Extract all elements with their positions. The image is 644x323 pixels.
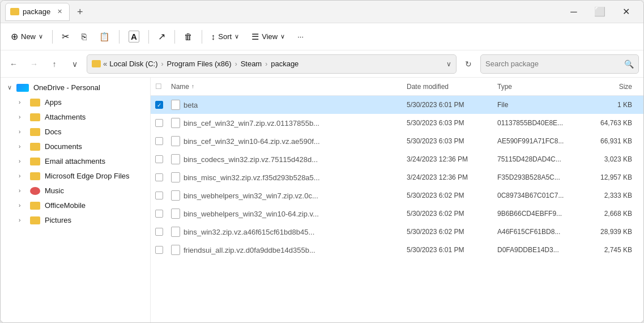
sidebar-item-documents[interactable]: › Documents (3, 139, 148, 154)
share-button[interactable]: ↗ (152, 27, 171, 47)
unchecked-checkbox[interactable] (155, 173, 163, 181)
tab-close-button[interactable]: ✕ (57, 8, 62, 15)
sidebar-item-email-attachments[interactable]: › Email attachments (3, 154, 148, 168)
unchecked-checkbox[interactable] (155, 246, 163, 254)
onedrive-label: OneDrive - Personal (33, 83, 100, 92)
file-row[interactable]: bins_cef_win32_win10-64.zip.vz.ae590f...… (151, 132, 643, 150)
sidebar-item-pictures[interactable]: › Pictures (3, 213, 148, 227)
file-row[interactable]: bins_misc_win32.zip.vz.f35d293b528a5... … (151, 168, 643, 186)
file-row[interactable]: bins_cef_win32_win7.zip.vz.01137855b... … (151, 114, 643, 132)
unchecked-checkbox[interactable] (155, 137, 163, 145)
email-attachments-label: Email attachments (45, 157, 105, 165)
attachments-expand-arrow: › (19, 114, 25, 120)
breadcrumb-disk[interactable]: Local Disk (C:) (109, 60, 157, 68)
row-checkbox[interactable] (155, 155, 171, 163)
row-checkbox[interactable] (155, 228, 171, 236)
file-name: bins_cef_win32_win7.zip.vz.01137855b... (184, 119, 407, 128)
minimize-button[interactable]: ─ (561, 3, 587, 21)
onedrive-expand-arrow: ∨ (7, 84, 12, 91)
tab-folder-icon (10, 8, 19, 15)
sidebar-item-officemobile[interactable]: › OfficeMobile (3, 198, 148, 212)
row-checkbox[interactable] (155, 210, 171, 218)
sidebar-item-apps[interactable]: › Apps (3, 95, 148, 109)
file-explorer-window: package ✕ + ─ ⬜ ✕ ⊕ New ∨ ✂ ⎘ 📋 A (0, 0, 644, 323)
unchecked-checkbox[interactable] (155, 228, 163, 236)
rename-button[interactable]: A (123, 27, 145, 47)
sort-button[interactable]: ↕ Sort ∨ (206, 27, 245, 47)
header-name[interactable]: Name ↑ (171, 83, 407, 91)
row-checkbox[interactable] (155, 119, 171, 127)
row-checkbox[interactable] (155, 192, 171, 199)
breadcrumb-dropdown-arrow[interactable]: ∨ (446, 60, 451, 68)
unchecked-checkbox[interactable] (155, 155, 163, 163)
breadcrumb-bar[interactable]: « Local Disk (C:) › Program Files (x86) … (87, 54, 457, 74)
file-icon (171, 154, 180, 164)
unchecked-checkbox[interactable] (155, 119, 163, 127)
close-button[interactable]: ✕ (613, 3, 639, 21)
search-input[interactable] (485, 60, 621, 68)
new-button[interactable]: ⊕ New ∨ (5, 27, 49, 47)
sort-dropdown-arrow: ∨ (234, 33, 239, 40)
pictures-label: Pictures (45, 216, 71, 224)
file-icon (171, 136, 180, 146)
cut-button[interactable]: ✂ (56, 27, 75, 47)
sidebar-item-onedrive[interactable]: ∨ OneDrive - Personal (3, 80, 148, 95)
docs-expand-arrow: › (19, 129, 25, 135)
header-checkbox[interactable]: ☐ (155, 82, 171, 91)
more-button[interactable]: ··· (292, 27, 309, 47)
copy-icon: ⎘ (82, 32, 87, 41)
file-icon (171, 245, 180, 255)
breadcrumb-item-0[interactable]: « (103, 60, 107, 68)
file-pane: ☐ Name ↑ Date modified Type Size ✓ beta (151, 78, 643, 322)
active-tab[interactable]: package ✕ (5, 3, 70, 21)
row-checkbox[interactable] (155, 137, 171, 145)
breadcrumb-package[interactable]: package (271, 60, 298, 68)
refresh-button[interactable]: ↻ (460, 56, 477, 73)
file-size: 2,668 KB (588, 210, 639, 218)
row-checkbox[interactable] (155, 246, 171, 254)
header-date[interactable]: Date modified (407, 83, 497, 91)
header-type[interactable]: Type (497, 83, 588, 91)
checked-checkbox[interactable]: ✓ (155, 101, 163, 109)
breadcrumb-steam[interactable]: Steam (241, 60, 262, 68)
file-date: 5/30/2023 6:01 PM (407, 246, 497, 254)
restore-button[interactable]: ⬜ (587, 3, 613, 21)
file-row[interactable]: friendsui_all.zip.vz.d0fa9ddbe14d355b...… (151, 241, 643, 259)
sidebar-item-music[interactable]: › Music (3, 184, 148, 198)
search-icon: 🔍 (624, 60, 634, 69)
file-row[interactable]: bins_codecs_win32.zip.vz.75115d428d... 3… (151, 150, 643, 168)
forward-button[interactable]: → (25, 56, 42, 73)
paste-button[interactable]: 📋 (93, 27, 116, 47)
file-date: 3/24/2023 12:36 PM (407, 173, 497, 181)
copy-button[interactable]: ⎘ (76, 27, 92, 47)
file-date: 5/30/2023 6:02 PM (407, 228, 497, 236)
sidebar-item-docs[interactable]: › Docs (3, 125, 148, 139)
file-icon (171, 209, 180, 219)
apps-label: Apps (45, 98, 62, 107)
file-type: A46F615CF61BD8... (497, 228, 588, 236)
name-sort-arrow: ↑ (191, 83, 194, 90)
sidebar-item-attachments[interactable]: › Attachments (3, 110, 148, 124)
header-size[interactable]: Size (588, 83, 639, 91)
recent-locations-button[interactable]: ∨ (66, 56, 83, 73)
file-row[interactable]: ✓ beta 5/30/2023 6:01 PM File 1 KB (151, 96, 643, 114)
file-name: bins_misc_win32.zip.vz.f35d293b528a5... (184, 173, 407, 182)
email-attachments-folder-icon (30, 158, 40, 165)
back-button[interactable]: ← (5, 56, 22, 73)
file-row[interactable]: bins_win32.zip.vz.a46f615cf61bd8b45... 5… (151, 223, 643, 241)
officemobile-label: OfficeMobile (45, 201, 86, 210)
up-button[interactable]: ↑ (46, 56, 63, 73)
row-checkbox[interactable]: ✓ (155, 101, 171, 109)
view-button[interactable]: ☰ View ∨ (246, 27, 291, 47)
search-box[interactable]: 🔍 (480, 54, 639, 74)
music-expand-arrow: › (19, 188, 25, 194)
sidebar-item-edge-drop[interactable]: › Microsoft Edge Drop Files (3, 169, 148, 183)
unchecked-checkbox[interactable] (155, 192, 163, 199)
file-row[interactable]: bins_webhelpers_win32_win10-64.zip.v... … (151, 205, 643, 223)
file-row[interactable]: bins_webhelpers_win32_win7.zip.vz.0c... … (151, 186, 643, 205)
delete-button[interactable]: 🗑 (178, 27, 198, 47)
breadcrumb-programfiles[interactable]: Program Files (x86) (167, 60, 231, 68)
unchecked-checkbox[interactable] (155, 210, 163, 218)
new-tab-button[interactable]: + (72, 4, 88, 20)
row-checkbox[interactable] (155, 173, 171, 181)
